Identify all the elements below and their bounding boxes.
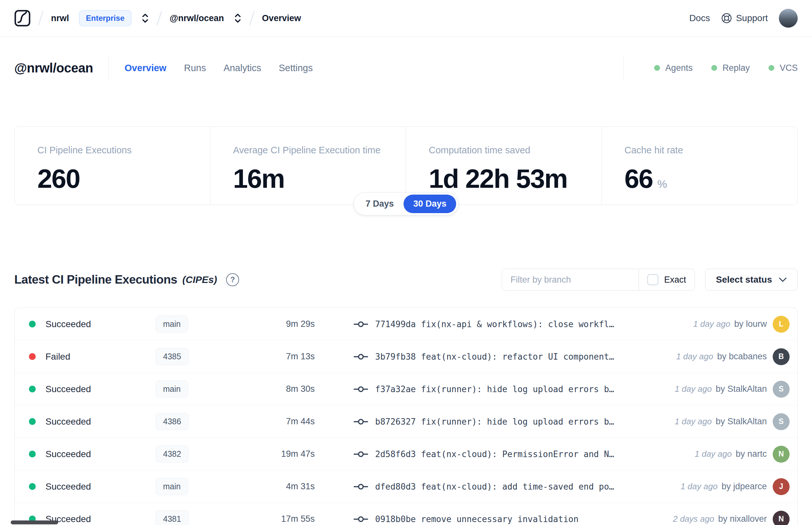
commit-cell: 2d58f6d3 feat(nx-cloud): PermissionError… [354,449,685,459]
range-option-30-days[interactable]: 30 Days [403,195,456,213]
branch-filter-input[interactable] [502,269,639,290]
breadcrumb-workspace[interactable]: @nrwl/ocean [170,13,224,24]
tab-runs[interactable]: Runs [184,63,206,73]
app-screen: nrwl Enterprise @nrwl/ocean Overview Doc… [0,0,812,525]
horizontal-scrollbar-thumb[interactable] [11,521,58,524]
author: by nixallover [718,514,767,524]
integration-vcs[interactable]: VCS [768,63,798,73]
integration-replay[interactable]: Replay [711,63,750,73]
status-cell: Succeeded [29,481,156,492]
status-dot-icon [29,418,36,425]
commit-cell: 3b79fb38 feat(nx-cloud): refactor UI com… [354,352,667,362]
cipe-row[interactable]: Succeeded 4386 7m 44s b8726327 fix(runne… [15,405,797,438]
user-avatar[interactable] [779,9,798,28]
nx-cloud-logo-icon[interactable] [14,10,31,27]
commit-cell: dfed80d3 feat(nx-cloud): add time-saved … [354,482,671,492]
time-ago: 1 day ago [693,319,730,329]
git-commit-icon [354,385,368,393]
branch-cell: 4382 [156,446,237,463]
lifebuoy-icon [721,13,732,24]
branch-badge: 4386 [156,413,189,430]
status-label: Succeeded [45,384,91,394]
help-icon[interactable]: ? [226,273,239,286]
range-option-7-days[interactable]: 7 Days [356,195,403,213]
status-dot-icon [29,386,36,392]
workspace-tabs: Overview Runs Analytics Settings [124,63,313,73]
support-link[interactable]: Support [721,13,768,24]
section-title: Latest CI Pipeline Executions [14,273,177,287]
breadcrumb-org[interactable]: nrwl [51,13,69,24]
tab-settings[interactable]: Settings [279,63,313,73]
stat-label: Computation time saved [429,145,601,155]
stat-suffix: % [657,178,667,190]
integration-status-list: Agents Replay VCS [654,63,798,73]
stat-value: 16m [233,163,285,194]
branch-badge: 4385 [156,348,189,365]
cipe-row[interactable]: Failed 4385 7m 13s 3b79fb38 feat(nx-clou… [15,341,797,373]
docs-link[interactable]: Docs [689,13,710,24]
duration: 19m 47s [237,449,315,459]
breadcrumb-separator [38,11,44,26]
integration-agents[interactable]: Agents [654,63,692,73]
stats-section: CI Pipeline Executions 260 Average CI Pi… [14,126,798,205]
duration: 7m 13s [237,351,315,362]
status-label: Succeeded [45,449,91,460]
git-commit-icon [354,320,368,328]
status-label: Succeeded [45,481,91,492]
cipe-row[interactable]: Succeeded 4382 19m 47s 2d58f6d3 feat(nx-… [15,438,797,470]
workspace-header: @nrwl/ocean Overview Runs Analytics Sett… [14,55,798,81]
author: by bcabanes [717,351,767,362]
commit-cell: 771499da fix(nx-api & workflows): close … [354,319,684,329]
cipe-row[interactable]: Succeeded 4381 17m 55s 0918b0be remove u… [15,503,797,525]
author: by jdpearce [721,481,767,492]
stat-label: Cache hit rate [625,145,798,155]
meta-cell: 1 day ago by jdpearce [680,481,767,492]
branch-cell: main [156,315,237,333]
breadcrumb-page: Overview [262,13,301,24]
date-range-toggle: 7 Days 30 Days [353,192,458,215]
git-commit-icon [354,515,368,523]
divider [108,55,109,80]
status-dot-icon [29,321,36,328]
time-ago: 1 day ago [675,384,711,394]
cipe-row[interactable]: Succeeded main 8m 30s f37a32ae fix(runne… [15,373,797,405]
commit-cell: 0918b0be remove unnecessary invalidation [354,514,663,524]
cipe-row[interactable]: Succeeded main 9m 29s 771499da fix(nx-ap… [15,308,797,341]
branch-filter-group: Exact [502,269,695,291]
author: by StalkAltan [716,417,767,426]
time-ago: 1 day ago [680,481,718,492]
git-commit-icon [354,353,368,361]
commit-cell: f37a32ae fix(runner): hide log upload er… [354,384,665,394]
commit-message: 0918b0be remove unnecessary invalidation [375,514,579,524]
status-cell: Succeeded [29,417,156,427]
avatar: N [773,511,790,525]
exact-checkbox[interactable] [647,274,658,285]
author: by nartc [736,449,767,459]
status-cell: Succeeded [29,384,156,394]
breadcrumb-separator [156,11,162,26]
branch-badge: main [156,380,188,397]
status-dot-icon [768,65,774,71]
meta-cell: 1 day ago by StalkAltan [675,417,767,426]
git-commit-icon [354,450,368,458]
avatar: S [773,413,790,430]
workspace-switcher-chevron-icon[interactable] [234,13,242,24]
author: by lourw [734,319,767,329]
tab-analytics[interactable]: Analytics [224,63,261,73]
status-select-button[interactable]: Select status [705,269,798,291]
breadcrumb-separator [249,11,255,26]
cipe-row[interactable]: Succeeded main 4m 31s dfed80d3 feat(nx-c… [15,470,797,503]
org-switcher-chevron-icon[interactable] [141,13,149,24]
git-commit-icon [354,483,368,491]
branch-cell: 4386 [156,413,237,430]
stat-card-cache-hit-rate: Cache hit rate 66 % [602,127,798,205]
commit-message: b8726327 fix(runner): hide log upload er… [375,417,614,426]
status-label: Failed [45,351,70,362]
author: by StalkAltan [716,384,767,394]
status-label: Succeeded [45,417,91,427]
branch-cell: main [156,380,237,397]
tab-overview[interactable]: Overview [124,63,166,73]
status-cell: Succeeded [29,449,156,460]
enterprise-badge[interactable]: Enterprise [79,10,132,26]
exact-filter: Exact [639,269,695,290]
